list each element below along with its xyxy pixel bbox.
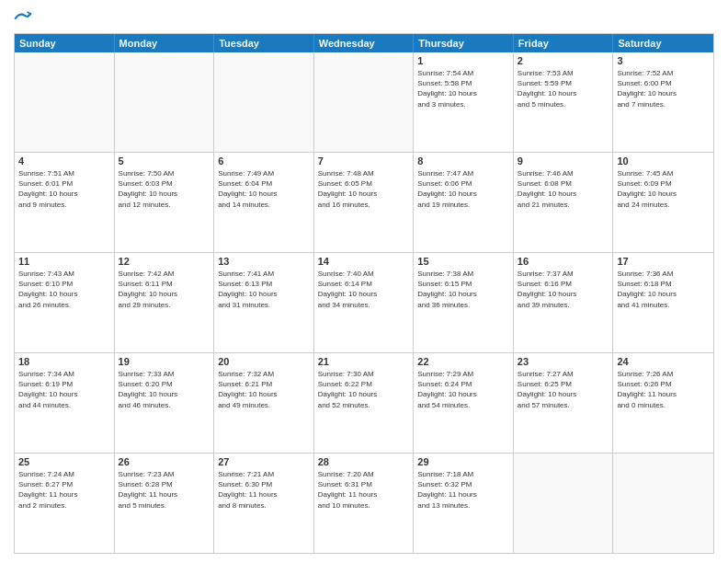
day-cell-28: 28Sunrise: 7:20 AM Sunset: 6:31 PM Dayli… [314,454,415,553]
day-cell-6: 6Sunrise: 7:49 AM Sunset: 6:04 PM Daylig… [214,153,314,252]
day-number: 18 [18,356,110,367]
calendar-header: SundayMondayTuesdayWednesdayThursdayFrid… [15,34,713,52]
cell-info: Sunrise: 7:29 AM Sunset: 6:24 PM Dayligh… [417,369,509,410]
cell-info: Sunrise: 7:47 AM Sunset: 6:06 PM Dayligh… [417,168,509,210]
day-cell-14: 14Sunrise: 7:40 AM Sunset: 6:14 PM Dayli… [314,253,415,352]
day-cell-16: 16Sunrise: 7:37 AM Sunset: 6:16 PM Dayli… [514,253,614,352]
empty-cell [613,454,713,553]
header-cell-friday: Friday [514,34,614,52]
day-cell-24: 24Sunrise: 7:26 AM Sunset: 6:26 PM Dayli… [613,353,713,453]
header-cell-saturday: Saturday [613,34,713,52]
day-number: 1 [417,55,509,66]
cell-info: Sunrise: 7:38 AM Sunset: 6:15 PM Dayligh… [417,269,509,310]
cell-info: Sunrise: 7:42 AM Sunset: 6:11 PM Dayligh… [119,269,210,310]
day-number: 26 [119,456,210,467]
cell-info: Sunrise: 7:20 AM Sunset: 6:31 PM Dayligh… [318,469,410,511]
day-number: 5 [119,155,210,167]
cell-info: Sunrise: 7:40 AM Sunset: 6:14 PM Dayligh… [318,269,410,310]
day-cell-20: 20Sunrise: 7:32 AM Sunset: 6:21 PM Dayli… [214,353,314,453]
day-cell-1: 1Sunrise: 7:54 AM Sunset: 5:58 PM Daylig… [414,52,514,152]
day-cell-11: 11Sunrise: 7:43 AM Sunset: 6:10 PM Dayli… [15,253,115,352]
day-number: 4 [18,155,110,167]
day-cell-21: 21Sunrise: 7:30 AM Sunset: 6:22 PM Dayli… [314,353,415,453]
logo-icon [14,9,32,28]
empty-cell [115,52,215,152]
cell-info: Sunrise: 7:24 AM Sunset: 6:27 PM Dayligh… [18,469,110,511]
header-cell-wednesday: Wednesday [314,34,415,52]
logo [14,9,36,28]
day-number: 10 [617,155,710,167]
calendar-row-4: 25Sunrise: 7:24 AM Sunset: 6:27 PM Dayli… [15,454,713,553]
calendar-row-1: 4Sunrise: 7:51 AM Sunset: 6:01 PM Daylig… [15,153,713,253]
day-cell-25: 25Sunrise: 7:24 AM Sunset: 6:27 PM Dayli… [15,454,115,553]
day-number: 9 [518,155,609,167]
day-cell-13: 13Sunrise: 7:41 AM Sunset: 6:13 PM Dayli… [214,253,314,352]
day-number: 15 [417,256,509,267]
cell-info: Sunrise: 7:46 AM Sunset: 6:08 PM Dayligh… [518,168,609,210]
cell-info: Sunrise: 7:30 AM Sunset: 6:22 PM Dayligh… [318,369,410,410]
header-cell-tuesday: Tuesday [214,34,314,52]
header-cell-monday: Monday [115,34,215,52]
cell-info: Sunrise: 7:27 AM Sunset: 6:25 PM Dayligh… [518,369,609,410]
day-cell-22: 22Sunrise: 7:29 AM Sunset: 6:24 PM Dayli… [414,353,514,453]
day-cell-8: 8Sunrise: 7:47 AM Sunset: 6:06 PM Daylig… [414,153,514,252]
day-number: 19 [119,356,210,367]
day-number: 14 [318,256,410,267]
calendar-row-3: 18Sunrise: 7:34 AM Sunset: 6:19 PM Dayli… [15,353,713,454]
cell-info: Sunrise: 7:54 AM Sunset: 5:58 PM Dayligh… [417,68,509,109]
calendar: SundayMondayTuesdayWednesdayThursdayFrid… [14,33,714,554]
empty-cell [214,52,314,152]
cell-info: Sunrise: 7:52 AM Sunset: 6:00 PM Dayligh… [617,68,710,109]
day-cell-26: 26Sunrise: 7:23 AM Sunset: 6:28 PM Dayli… [115,454,215,553]
day-number: 21 [318,356,410,367]
day-number: 11 [18,256,110,267]
day-cell-18: 18Sunrise: 7:34 AM Sunset: 6:19 PM Dayli… [15,353,115,453]
header-cell-thursday: Thursday [414,34,514,52]
cell-info: Sunrise: 7:32 AM Sunset: 6:21 PM Dayligh… [218,369,310,410]
day-cell-5: 5Sunrise: 7:50 AM Sunset: 6:03 PM Daylig… [115,153,215,252]
cell-info: Sunrise: 7:33 AM Sunset: 6:20 PM Dayligh… [119,369,210,410]
day-cell-7: 7Sunrise: 7:48 AM Sunset: 6:05 PM Daylig… [314,153,415,252]
cell-info: Sunrise: 7:51 AM Sunset: 6:01 PM Dayligh… [18,168,110,210]
day-number: 25 [18,456,110,467]
cell-info: Sunrise: 7:18 AM Sunset: 6:32 PM Dayligh… [417,469,509,511]
day-cell-27: 27Sunrise: 7:21 AM Sunset: 6:30 PM Dayli… [214,454,314,553]
day-cell-15: 15Sunrise: 7:38 AM Sunset: 6:15 PM Dayli… [414,253,514,352]
day-cell-10: 10Sunrise: 7:45 AM Sunset: 6:09 PM Dayli… [613,153,713,252]
day-cell-19: 19Sunrise: 7:33 AM Sunset: 6:20 PM Dayli… [115,353,215,453]
day-number: 17 [617,256,710,267]
day-number: 7 [318,155,410,167]
cell-info: Sunrise: 7:45 AM Sunset: 6:09 PM Dayligh… [617,168,710,210]
header-cell-sunday: Sunday [15,34,115,52]
calendar-row-2: 11Sunrise: 7:43 AM Sunset: 6:10 PM Dayli… [15,253,713,353]
cell-info: Sunrise: 7:48 AM Sunset: 6:05 PM Dayligh… [318,168,410,210]
day-cell-17: 17Sunrise: 7:36 AM Sunset: 6:18 PM Dayli… [613,253,713,352]
day-number: 2 [518,55,609,66]
day-number: 23 [518,356,609,367]
empty-cell [514,454,614,553]
day-number: 16 [518,256,609,267]
cell-info: Sunrise: 7:49 AM Sunset: 6:04 PM Dayligh… [218,168,310,210]
day-cell-29: 29Sunrise: 7:18 AM Sunset: 6:32 PM Dayli… [414,454,514,553]
cell-info: Sunrise: 7:37 AM Sunset: 6:16 PM Dayligh… [518,269,609,310]
day-cell-23: 23Sunrise: 7:27 AM Sunset: 6:25 PM Dayli… [514,353,614,453]
cell-info: Sunrise: 7:26 AM Sunset: 6:26 PM Dayligh… [617,369,710,410]
day-number: 8 [417,155,509,167]
empty-cell [15,52,115,152]
cell-info: Sunrise: 7:53 AM Sunset: 5:59 PM Dayligh… [518,68,609,109]
cell-info: Sunrise: 7:21 AM Sunset: 6:30 PM Dayligh… [218,469,310,511]
day-number: 12 [119,256,210,267]
day-cell-3: 3Sunrise: 7:52 AM Sunset: 6:00 PM Daylig… [613,52,713,152]
day-cell-12: 12Sunrise: 7:42 AM Sunset: 6:11 PM Dayli… [115,253,215,352]
cell-info: Sunrise: 7:41 AM Sunset: 6:13 PM Dayligh… [218,269,310,310]
cell-info: Sunrise: 7:43 AM Sunset: 6:10 PM Dayligh… [18,269,110,310]
day-number: 27 [218,456,310,467]
day-number: 3 [617,55,710,66]
day-cell-2: 2Sunrise: 7:53 AM Sunset: 5:59 PM Daylig… [514,52,614,152]
day-number: 24 [617,356,710,367]
day-cell-9: 9Sunrise: 7:46 AM Sunset: 6:08 PM Daylig… [514,153,614,252]
calendar-body: 1Sunrise: 7:54 AM Sunset: 5:58 PM Daylig… [15,52,713,553]
cell-info: Sunrise: 7:36 AM Sunset: 6:18 PM Dayligh… [617,269,710,310]
day-number: 29 [417,456,509,467]
cell-info: Sunrise: 7:50 AM Sunset: 6:03 PM Dayligh… [119,168,210,210]
